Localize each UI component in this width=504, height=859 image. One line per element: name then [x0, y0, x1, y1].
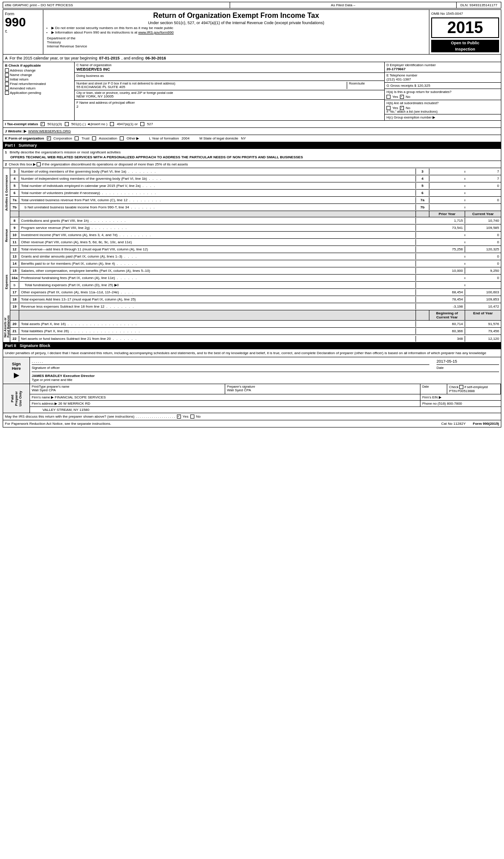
line3-col: 3 [416, 169, 429, 174]
line16b-prior [429, 284, 465, 286]
sign-name: JAMES BRADLEY Executive Director [32, 374, 499, 378]
line19-prior: -3,198 [429, 304, 465, 309]
discuss-no: No [196, 415, 201, 419]
activities-rows: 3 Number of voting members of the govern… [10, 168, 501, 217]
org-street-label: Number and street (or P O box if mail is… [76, 82, 347, 85]
bullet1: ▶ Do not enter social security numbers o… [51, 26, 425, 30]
checkbox-self-employed[interactable] [459, 385, 463, 389]
firm-phone-label: Phone no [422, 402, 437, 406]
checkbox-ha-yes[interactable] [386, 95, 391, 99]
line16a-prior [429, 277, 465, 279]
form-subtitle: Under section 501(c), 527, or 4947(a)(1)… [47, 21, 425, 25]
line7b-prior [429, 207, 465, 208]
expenses-label-text: Expenses [5, 275, 8, 289]
sign-sig-label: Signature of officer [32, 366, 429, 370]
line6-prior [429, 192, 465, 194]
tax-year: 2015 [431, 17, 499, 38]
checkbox-527[interactable] [140, 122, 144, 126]
line18-num: 18 [10, 296, 19, 302]
form-corp: Corporation [54, 136, 72, 140]
sign-row2: JAMES BRADLEY Executive Director Type or… [32, 374, 499, 382]
line18-desc: Total expenses Add lines 13–17 (must equ… [19, 296, 416, 302]
check-final-return: Final return/terminated [5, 82, 72, 86]
checkbox-final-return[interactable] [5, 82, 9, 86]
tax-527: 527 [147, 122, 153, 126]
omb-number: OMB No 1545-0047 [431, 12, 499, 16]
checkbox-501c3[interactable] [41, 122, 45, 126]
form-org-row: K Form of organization Corporation Trust… [3, 135, 501, 142]
checkbox-association[interactable] [92, 136, 96, 140]
line20-row: 20 Total assets (Part X, line 16) . . . … [10, 321, 501, 328]
line7a-current: 0 [465, 197, 501, 203]
org-street-section: Number and street (or P O box if mail is… [75, 81, 384, 90]
org-principal-label: F Name and address of principal officer [76, 101, 382, 105]
line15-row: 15 Salaries, other compensation, employe… [10, 267, 501, 275]
tax-c-other: 501(c) ( ) ◄(insert no ) [71, 122, 108, 126]
preparer-sig: Wali Syed CPA [227, 388, 418, 392]
discuss-dots: . . . . . . . . . . . . . . . . . . . . [136, 415, 175, 419]
open-public: Open to Public [431, 40, 499, 46]
activities-section: Activities & Governance 3 Number of voti… [3, 168, 501, 217]
tax-a1: 4947(a)(1) or [117, 122, 138, 126]
org-name-section: C Name of organization WEBSERVES INC [75, 62, 384, 73]
sign-date: 2017-05-15 [437, 359, 499, 364]
checkbox-address-change[interactable] [5, 68, 9, 72]
line9-desc: Program service revenue (Part VIII, line… [19, 225, 416, 231]
check-initial-return: Initial return [5, 77, 72, 81]
part1-header: Part I Summary [3, 142, 501, 149]
checkbox-4947a1[interactable] [110, 122, 114, 126]
check-address-change: Address change [5, 68, 72, 72]
preparer-check-col: Check if self-employed PTIN P00513688 [447, 384, 501, 394]
org-city-label: City or town, state or province, country… [76, 91, 382, 94]
line8-row: 8 Contributions and grants (Part VIII, l… [10, 217, 501, 224]
check-label-app-pending: Application pending [10, 91, 41, 95]
hc-section: H(c) Group exemption number ▶ [385, 114, 501, 120]
checkbox-ha-no[interactable] [400, 95, 404, 99]
line2-desc: Check this box ▶ if the organization dis… [8, 162, 188, 166]
line8-desc: Contributions and grants (Part VIII, lin… [19, 218, 416, 224]
line8-prior: 1,715 [429, 218, 465, 224]
org-street: 55 EXCHANGE PL SUITE 405 [76, 85, 347, 89]
cat-label: Cat No 11282Y [441, 422, 466, 426]
phone-section: E Telephone number (212) 431-1387 [385, 72, 501, 83]
checkbox-other[interactable] [120, 136, 124, 140]
checkbox-trust[interactable] [75, 136, 79, 140]
line10-prior [429, 234, 465, 236]
checkbox-hb-no[interactable] [400, 106, 404, 110]
ptin-value: P00513688 [458, 389, 475, 393]
preparer-row1: Print/Type preparer's name Wali Syed CPA… [30, 384, 501, 394]
line16b-num: b [10, 282, 19, 288]
part2-header: Part II Signature Block [3, 343, 501, 349]
rev-header-space1 [10, 211, 19, 217]
paperwork-text: For Paperwork Reduction Act Notice, see … [5, 422, 111, 426]
ein-value: 20-1779667 [386, 67, 499, 71]
checkbox-initial-return[interactable] [5, 77, 9, 81]
hb-yes: Yes [392, 106, 398, 110]
org-name-label: C Name of organization [76, 63, 382, 67]
sign-sig-area: ...... Signature of officer [32, 359, 429, 370]
ha-yes: Yes [392, 95, 398, 99]
line14-desc: Benefits paid to or for members (Part IX… [19, 261, 416, 267]
checkbox-amended-return[interactable] [5, 86, 9, 90]
checkbox-501c-other[interactable] [65, 122, 69, 126]
line20-end: 91,576 [465, 321, 501, 327]
domicile-value: NY [241, 136, 246, 140]
preparer-name: Wali Syed CPA [32, 388, 223, 392]
org-room-col: Room/suite [347, 82, 382, 89]
form-label-box: Form 990 ج [3, 10, 43, 54]
checkbox-app-pending[interactable] [5, 91, 9, 95]
revenue-side-label: Revenue [3, 217, 10, 253]
checkbox-name-change[interactable] [5, 73, 9, 77]
activities-label-text: Activities & Governance [5, 175, 8, 211]
discuss-text: May the IRS discuss this return with the… [5, 415, 134, 419]
preparer-ptin-row: PTIN P00513688 [449, 389, 499, 393]
preparer-check-row: Check if self-employed [449, 385, 499, 389]
checkbox-discuss-yes[interactable] [177, 415, 181, 419]
checkbox-hb-yes[interactable] [386, 106, 391, 110]
line5-col: 5 [416, 183, 429, 189]
org-room-label: Room/suite [349, 82, 382, 85]
line1-value: OFFERS TECHNICAL WEB RELATED SERVICES WI… [5, 155, 499, 159]
checkbox-discuss-no[interactable] [190, 415, 194, 419]
checkbox-corporation[interactable] [47, 136, 51, 140]
form-org-label: K Form of organization [5, 136, 44, 140]
